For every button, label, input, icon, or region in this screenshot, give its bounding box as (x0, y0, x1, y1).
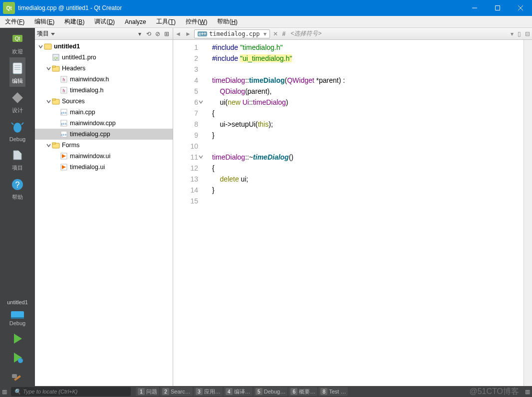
svg-point-21 (18, 358, 23, 363)
cpp-icon: c++ (60, 108, 68, 116)
output-tab-8[interactable]: 8Test … (318, 387, 348, 396)
chevron-down-icon[interactable] (45, 143, 52, 148)
tree-item-mainwindow.cpp[interactable]: c++mainwindow.cpp (35, 118, 173, 129)
chevron-down-icon[interactable] (37, 44, 44, 49)
sync-icon[interactable]: ⟲ (145, 30, 153, 38)
project-tree[interactable]: untitled1Qtuntitled1.proHeadershmainwind… (35, 40, 173, 386)
cpp-icon: c++ (60, 119, 68, 127)
tree-item-timedialog.cpp[interactable]: c++timedialog.cpp (35, 129, 173, 140)
run-button[interactable] (0, 329, 35, 348)
code-line[interactable] (212, 64, 524, 75)
output-tab-5[interactable]: 5Debug… (254, 387, 287, 396)
menu-4[interactable]: Analyze (120, 16, 151, 27)
code-line[interactable]: ui(new Ui::timeDialog) (212, 97, 524, 108)
vertical-scrollbar[interactable] (524, 40, 532, 386)
tree-item-mainwindow.h[interactable]: hmainwindow.h (35, 74, 173, 85)
code-line[interactable]: timeDialog::timeDialog(QWidget *parent) … (212, 75, 524, 86)
chevron-down-icon[interactable] (45, 99, 52, 104)
title-bar: Qt timedialog.cpp @ untitled1 - Qt Creat… (0, 0, 532, 16)
close-doc-button[interactable]: ✕ (271, 30, 280, 37)
code-line[interactable]: { (212, 163, 524, 174)
mode-设计[interactable]: 设计 (9, 87, 25, 116)
nav-back-button[interactable]: ◄ (173, 30, 183, 37)
fold-icon[interactable] (199, 155, 203, 159)
output-tab-3[interactable]: 3应用… (194, 387, 223, 396)
tree-item-label: Headers (62, 65, 85, 72)
svg-rect-43 (52, 143, 55, 144)
split-h-icon[interactable]: ▯ (516, 30, 523, 37)
locator-input[interactable]: 🔍 Type to locate (Ctrl+K) (11, 387, 131, 396)
output-tab-2[interactable]: 2Searc… (160, 387, 193, 396)
code-line[interactable]: #include "ui_timedialog.h" (212, 53, 524, 64)
file-selector[interactable]: c++ timedialog.cpp ▾ (194, 29, 270, 38)
line-gutter[interactable]: 123456789101112131415 (173, 40, 203, 386)
output-tab-6[interactable]: 6概要… (288, 387, 317, 396)
mode-Debug[interactable]: Debug (9, 116, 25, 144)
maximize-button[interactable] (486, 0, 509, 16)
symbol-selector[interactable]: <选择符号> (287, 29, 324, 38)
sidebar-view-selector[interactable]: 项目 (37, 29, 55, 38)
split-icon[interactable]: ⊞ (163, 30, 171, 38)
tree-item-label: untitled1 (54, 43, 80, 50)
split-v-icon[interactable]: ⊟ (523, 30, 532, 37)
code-line[interactable]: delete ui; (212, 174, 524, 185)
code-line[interactable]: { (212, 108, 524, 119)
chevron-down-icon[interactable] (45, 66, 52, 71)
tree-item-mainwindow.ui[interactable]: mainwindow.ui (35, 151, 173, 162)
h-icon: h (60, 86, 68, 94)
tree-item-label: timedialog.ui (70, 164, 105, 171)
menu-2[interactable]: 构建(B) (59, 16, 89, 27)
h-icon: h (60, 75, 68, 83)
tree-item-Headers[interactable]: Headers (35, 63, 173, 74)
kit-selector[interactable]: Debug (0, 306, 35, 329)
menu-0[interactable]: 文件(F) (0, 16, 29, 27)
window-title: timedialog.cpp @ untitled1 - Qt Creator (18, 4, 463, 11)
menu-3[interactable]: 调试(D) (89, 16, 120, 27)
kit-project[interactable]: untitled1 (0, 298, 35, 306)
nav-fwd-button[interactable]: ► (183, 30, 193, 37)
mode-icon (9, 60, 25, 76)
editor-menu-icon[interactable]: ▾ (509, 30, 516, 37)
code-line[interactable]: #include "timedialog.h" (212, 42, 524, 53)
fold-icon[interactable] (199, 100, 203, 104)
code-line[interactable] (212, 141, 524, 152)
code-line[interactable]: timeDialog::~timeDialog() (212, 152, 524, 163)
menu-bar: 文件(F)编辑(E)构建(B)调试(D)Analyze工具(T)控件(W)帮助(… (0, 16, 532, 28)
minimize-button[interactable] (463, 0, 486, 16)
menu-6[interactable]: 控件(W) (181, 16, 212, 27)
code-line[interactable]: ui->setupUi(this); (212, 119, 524, 130)
menu-5[interactable]: 工具(T) (151, 16, 181, 27)
output-tab-1[interactable]: 1问题 (136, 387, 159, 396)
tree-item-untitled1.pro[interactable]: Qtuntitled1.pro (35, 52, 173, 63)
svg-marker-24 (51, 33, 55, 35)
code-line[interactable] (212, 196, 524, 206)
mode-编辑[interactable]: 编辑 (9, 57, 25, 87)
run-debug-button[interactable] (0, 348, 35, 367)
sidebar-right-toggle-icon[interactable]: ▥ (523, 386, 532, 397)
menu-1[interactable]: 编辑(E) (29, 16, 59, 27)
tree-item-Forms[interactable]: Forms (35, 140, 173, 151)
tree-item-Sources[interactable]: Sources (35, 96, 173, 107)
mode-欢迎[interactable]: Qt欢迎 (9, 28, 25, 57)
watermark: @51CTO博客 (469, 387, 523, 397)
sidebar-toggle-icon[interactable]: ▥ (0, 386, 9, 397)
link-icon[interactable]: ⊘ (154, 30, 162, 38)
tree-item-untitled1[interactable]: untitled1 (35, 41, 173, 52)
output-tab-4[interactable]: 4编译… (224, 387, 253, 396)
tree-item-timedialog.h[interactable]: htimedialog.h (35, 85, 173, 96)
mode-项目[interactable]: 项目 (9, 144, 25, 174)
filter-icon[interactable]: ▾ (136, 30, 144, 38)
mode-帮助[interactable]: ?帮助 (9, 174, 25, 203)
code-editor[interactable]: #include "timedialog.h"#include "ui_time… (203, 40, 524, 386)
code-line[interactable]: } (212, 130, 524, 141)
svg-rect-17 (11, 311, 24, 318)
close-button[interactable] (509, 0, 532, 16)
menu-7[interactable]: 帮助(H) (212, 16, 243, 27)
code-line[interactable]: } (212, 185, 524, 196)
status-bar: ▥ 🔍 Type to locate (Ctrl+K) 1问题2Searc…3应… (0, 386, 532, 397)
code-line[interactable]: QDialog(parent), (212, 86, 524, 97)
tree-item-timedialog.ui[interactable]: timedialog.ui (35, 162, 173, 173)
mode-icon (9, 147, 25, 163)
tree-item-main.cpp[interactable]: c++main.cpp (35, 107, 173, 118)
build-button[interactable] (0, 367, 35, 386)
